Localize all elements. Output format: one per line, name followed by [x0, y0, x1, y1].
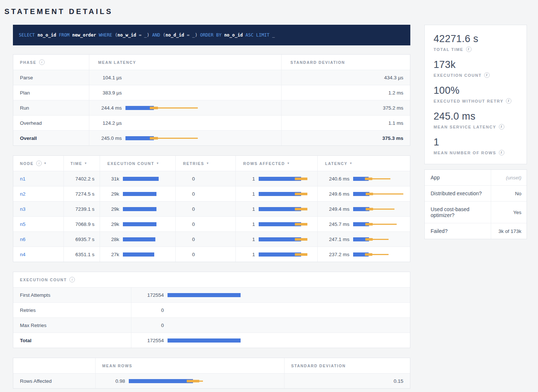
retries-value: 0 [176, 221, 195, 227]
prop-label: Failed? [425, 223, 491, 239]
rows-stddev-cell: 0.15 [284, 374, 410, 388]
info-icon[interactable]: i [69, 277, 75, 282]
exec-row: Retries0 [13, 302, 410, 317]
rows-affected-value: 1 [236, 191, 255, 197]
retries-cell: 0 [176, 217, 236, 231]
bar-chart [168, 307, 406, 313]
retries-value: 0 [176, 237, 195, 242]
column-header-time[interactable]: TIME▼ [64, 156, 100, 171]
mean-bar [129, 379, 193, 383]
stddev-mid [365, 178, 372, 180]
rows-affected-value: 1 [236, 252, 255, 257]
column-header-node[interactable]: NODEi▼ [13, 156, 64, 171]
time-value: 7239.1 s [75, 206, 94, 212]
info-icon[interactable]: i [484, 72, 490, 78]
prop-label: App [425, 170, 491, 185]
execution-count-value: 29k [100, 206, 119, 212]
bar-chart [123, 206, 171, 212]
phase-latency-table: PHASE i MEAN LATENCY STANDARD DEVIATION … [13, 54, 410, 146]
stat-label-text: MEAN NUMBER OF ROWS [434, 151, 496, 155]
sort-arrow-icon: ▼ [84, 162, 87, 165]
node-link[interactable]: n6 [20, 237, 25, 242]
mean-latency-value: 245.0 ms [89, 135, 122, 141]
column-header-label: EXECUTION COUNT [107, 161, 154, 166]
rows-affected-cell: 1 [236, 186, 318, 201]
sql-token: ASC LIMIT [243, 32, 272, 38]
phase-column-header[interactable]: PHASE i [13, 55, 89, 70]
info-icon[interactable]: i [36, 161, 42, 166]
node-link[interactable]: n3 [20, 206, 25, 212]
node-cell: n4 [13, 247, 64, 262]
info-icon[interactable]: i [499, 124, 504, 130]
column-header-rows-affected[interactable]: ROWS AFFECTED▼ [236, 156, 318, 171]
stat-value: 100% [434, 85, 518, 96]
sql-token: = _) [184, 32, 197, 38]
phase-column-header-label: PHASE [20, 60, 37, 65]
node-link[interactable]: n4 [20, 252, 25, 257]
rows-affected-cell: 1 [236, 217, 318, 231]
node-link[interactable]: n1 [20, 176, 25, 182]
exec-value-cell: 172554 [131, 288, 410, 302]
execution-count-cell: 29k [100, 202, 176, 216]
execution-count-value: 31k [100, 176, 119, 182]
column-header-execution-count[interactable]: EXECUTION COUNT▼ [100, 156, 176, 171]
exec-label-cell: Retries [13, 303, 131, 317]
sql-token: no_d_id [165, 32, 184, 38]
retries-cell: 0 [176, 247, 236, 262]
stat-label: TOTAL TIMEi [434, 47, 518, 52]
exec-value: 0 [131, 323, 164, 328]
rows-affected-cell: 1 [236, 171, 318, 186]
info-icon[interactable]: i [466, 47, 472, 52]
rows-stddev-column-header-label: STANDARD DEVIATION [291, 364, 346, 368]
bar-chart [125, 75, 277, 80]
phase-row: Plan383.9 µs1.2 ms [13, 85, 410, 100]
sql-token: = _) [136, 32, 149, 38]
column-header-label: RETRIES [183, 161, 204, 166]
phase-row: Run244.4 ms375.2 ms [13, 100, 410, 115]
info-icon[interactable]: i [499, 150, 504, 155]
rows-affected-value: 1 [236, 237, 255, 242]
retries-value: 0 [176, 206, 195, 212]
mean-latency-column-header-label: MEAN LATENCY [98, 60, 136, 65]
exec-value-cell: 172554 [131, 333, 410, 348]
stddev-mid [365, 238, 373, 241]
bar-chart [259, 252, 313, 257]
sql-token: FROM [56, 32, 72, 38]
column-header-retries[interactable]: RETRIES▼ [176, 156, 236, 171]
stddev-column-header: STANDARD DEVIATION [282, 55, 410, 70]
node-link[interactable]: n2 [20, 191, 25, 197]
bar-chart [125, 105, 277, 111]
exec-label: First Attempts [20, 292, 51, 298]
time-value: 7274.5 s [75, 191, 94, 197]
info-icon[interactable]: i [39, 59, 45, 65]
stddev-mid [295, 238, 307, 241]
column-header-label: TIME [70, 161, 82, 166]
column-header-latency[interactable]: LATENCY▼ [318, 156, 410, 171]
stat-label: EXECUTION COUNTi [434, 72, 518, 78]
node-link[interactable]: n5 [20, 221, 25, 227]
stat-label-text: MEAN SERVICE LATENCY [434, 125, 496, 129]
stddev-mid [295, 253, 307, 256]
bar-chart [259, 191, 313, 197]
rows-label-cell: Rows Affected [13, 374, 96, 388]
stddev-mid [365, 223, 373, 226]
node-cell: n2 [13, 186, 64, 201]
stddev-mid [295, 193, 307, 195]
execution-count-table: EXECUTION COUNT i First Attempts172554Re… [13, 272, 410, 348]
stddev-mid [295, 178, 307, 180]
retries-value: 0 [176, 191, 195, 197]
info-icon[interactable]: i [506, 98, 511, 104]
latency-value: 249.6 ms [318, 191, 349, 197]
exec-value: 172554 [131, 292, 164, 298]
time-cell: 7068.9 s [64, 217, 100, 231]
statement-details-page: STATEMENT DETAILS SELECT no_o_id FROM ne… [0, 0, 538, 392]
stat-label-text: EXECUTION COUNT [434, 73, 482, 78]
bar-chart [353, 191, 406, 197]
side-column: 42271.6 sTOTAL TIMEi173kEXECUTION COUNTi… [424, 25, 527, 239]
stddev-value: 1.2 ms [388, 90, 403, 96]
sort-arrow-icon: ▼ [349, 162, 352, 165]
stat-value: 245.0 ms [434, 111, 518, 122]
rows-table: MEAN ROWS STANDARD DEVIATION Rows Affect… [13, 358, 410, 389]
stddev-value: 1.1 ms [388, 120, 403, 126]
retries-cell: 0 [176, 186, 236, 201]
